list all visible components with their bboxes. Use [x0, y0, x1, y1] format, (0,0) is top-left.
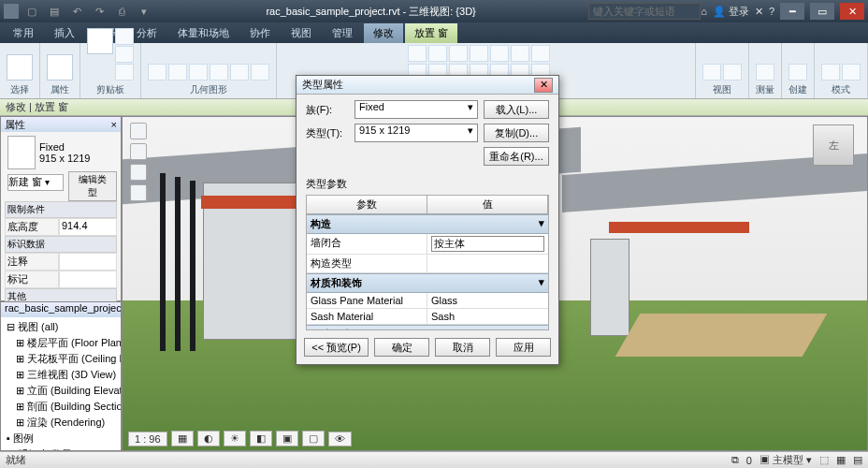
- nav-wheel-icon[interactable]: [130, 123, 147, 139]
- val-sash[interactable]: Sash: [427, 309, 548, 324]
- properties-close-icon[interactable]: ×: [111, 119, 117, 130]
- trim-icon[interactable]: [531, 45, 550, 62]
- tab-manage[interactable]: 管理: [323, 23, 362, 43]
- demolish-icon[interactable]: [230, 64, 249, 80]
- nav-orbit-icon[interactable]: [130, 184, 147, 201]
- cat-construction[interactable]: 构造▾: [307, 214, 548, 234]
- apply-button[interactable]: 应用: [496, 338, 551, 357]
- exchange-icon[interactable]: ✕: [755, 6, 763, 18]
- tab-context[interactable]: 放置 窗: [405, 23, 457, 43]
- status-filter-icon[interactable]: ⧉: [731, 454, 739, 466]
- status-model-dropdown[interactable]: ▣ 主模型 ▾: [760, 453, 812, 467]
- type-dropdown[interactable]: 915 x 1219▾: [354, 124, 478, 142]
- type-thumbnail[interactable]: [7, 136, 36, 169]
- cope-icon[interactable]: [148, 64, 166, 80]
- visual-style-icon[interactable]: ◐: [197, 431, 220, 446]
- tree-renderings[interactable]: ⊞ 渲染 (Rendering): [3, 415, 119, 431]
- tab-modify[interactable]: 修改: [364, 23, 403, 43]
- family-dropdown[interactable]: Fixed▾: [354, 100, 478, 119]
- move-icon[interactable]: [470, 45, 488, 62]
- tree-ceilingplans[interactable]: ⊞ 天花板平面 (Ceiling Plan): [3, 351, 119, 367]
- signin-button[interactable]: 👤 登录: [713, 5, 749, 19]
- val-glasspane[interactable]: Glass: [427, 293, 548, 308]
- create-icon[interactable]: [788, 64, 807, 80]
- tree-floorplans[interactable]: ⊞ 楼层平面 (Floor Plan): [3, 335, 119, 351]
- hide-isolate-icon[interactable]: 👁: [328, 431, 352, 446]
- cat-materials[interactable]: 材质和装饰▾: [307, 273, 548, 293]
- duplicate-button[interactable]: 复制(D)...: [484, 124, 549, 142]
- infocenter-icon[interactable]: ⌂: [701, 6, 707, 17]
- app-icon[interactable]: [4, 4, 19, 19]
- tab-collaborate[interactable]: 协作: [240, 23, 280, 43]
- split-icon[interactable]: [251, 64, 269, 80]
- element-filter-dropdown[interactable]: 新建 窗 ▾: [7, 174, 64, 191]
- modify-tool-icon[interactable]: [7, 54, 33, 80]
- mirror-icon[interactable]: [449, 45, 468, 62]
- inplace-icon[interactable]: [842, 64, 861, 80]
- ok-button[interactable]: 确定: [374, 338, 429, 357]
- dialog-close-button[interactable]: ✕: [534, 78, 553, 93]
- load-fam-icon[interactable]: [821, 64, 840, 80]
- tab-home[interactable]: 常用: [4, 23, 43, 43]
- qat-save-icon[interactable]: ▤: [45, 4, 64, 19]
- shadows-icon[interactable]: ◧: [250, 431, 272, 446]
- scale-selector[interactable]: 1 : 96: [128, 431, 167, 446]
- tree-sections[interactable]: ⊞ 剖面 (Building Section): [3, 399, 119, 415]
- v2-icon[interactable]: [723, 64, 742, 80]
- val-constructiontype[interactable]: [427, 255, 548, 272]
- tab-insert[interactable]: 插入: [45, 23, 84, 43]
- qat-redo-icon[interactable]: ↷: [90, 4, 108, 19]
- tree-elevations[interactable]: ⊞ 立面 (Building Elevation): [3, 383, 119, 399]
- tree-views-root[interactable]: ⊟ 视图 (all): [3, 319, 119, 335]
- crop-visible-icon[interactable]: ▢: [302, 431, 325, 446]
- dialog-titlebar[interactable]: 类型属性 ✕: [297, 76, 558, 95]
- load-button[interactable]: 载入(L)...: [484, 100, 549, 119]
- v-icon[interactable]: [702, 64, 721, 80]
- qat-undo-icon[interactable]: ↶: [67, 4, 86, 19]
- help-icon[interactable]: ?: [769, 6, 774, 17]
- help-search-input[interactable]: [588, 3, 701, 20]
- tree-schedules[interactable]: ⊞ 明细表/数量: [3, 446, 119, 451]
- edit-type-button[interactable]: 编辑类型: [68, 171, 117, 201]
- status-select-icon[interactable]: ▤: [853, 454, 862, 466]
- detail-level-icon[interactable]: ▦: [171, 431, 194, 446]
- prop-val-sillheight[interactable]: 914.4: [59, 218, 117, 236]
- paint-icon[interactable]: [210, 64, 228, 80]
- cancel-button[interactable]: 取消: [435, 338, 490, 357]
- nav-zoom-icon[interactable]: [130, 164, 147, 181]
- offset-icon[interactable]: [428, 45, 447, 62]
- tree-3dviews[interactable]: ⊞ 三维视图 (3D View): [3, 367, 119, 383]
- qat-open-icon[interactable]: ▢: [22, 4, 41, 19]
- sunpath-icon[interactable]: ☀: [224, 431, 246, 446]
- col-value[interactable]: 值: [427, 196, 548, 213]
- close-button[interactable]: ✕: [840, 3, 864, 20]
- join-icon[interactable]: [189, 64, 208, 80]
- minimize-button[interactable]: ━: [780, 3, 804, 20]
- cut-icon[interactable]: [115, 28, 134, 45]
- maximize-button[interactable]: ▭: [810, 3, 834, 20]
- align-icon[interactable]: [408, 45, 427, 62]
- properties-button-icon[interactable]: [47, 54, 73, 80]
- qat-more-icon[interactable]: ▾: [135, 4, 153, 19]
- paste-button-icon[interactable]: [87, 28, 113, 54]
- nav-pan-icon[interactable]: [130, 143, 147, 160]
- rotate-icon[interactable]: [511, 45, 529, 62]
- cut-geom-icon[interactable]: [168, 64, 187, 80]
- rename-button[interactable]: 重命名(R)...: [484, 147, 549, 166]
- tab-view[interactable]: 视图: [282, 23, 321, 43]
- tree-legends[interactable]: ▪ 图例: [3, 431, 119, 446]
- prop-val-mark[interactable]: [59, 271, 117, 288]
- tab-massing[interactable]: 体量和场地: [168, 23, 239, 43]
- status-worksets-icon[interactable]: ⬚: [819, 454, 829, 466]
- prop-group-identity[interactable]: 标识数据: [5, 236, 117, 253]
- val-wallclosure[interactable]: 按主体: [431, 236, 544, 252]
- preview-button[interactable]: << 预览(P): [304, 338, 369, 357]
- status-editable-icon[interactable]: ▦: [836, 454, 846, 466]
- col-parameter[interactable]: 参数: [307, 196, 427, 213]
- qat-print-icon[interactable]: ⎙: [112, 4, 131, 19]
- copy2-icon[interactable]: [490, 45, 509, 62]
- prop-group-constraints[interactable]: 限制条件: [5, 201, 117, 218]
- matchtype-icon[interactable]: [115, 64, 134, 80]
- copy-icon[interactable]: [115, 46, 134, 63]
- measure-icon[interactable]: [756, 64, 774, 80]
